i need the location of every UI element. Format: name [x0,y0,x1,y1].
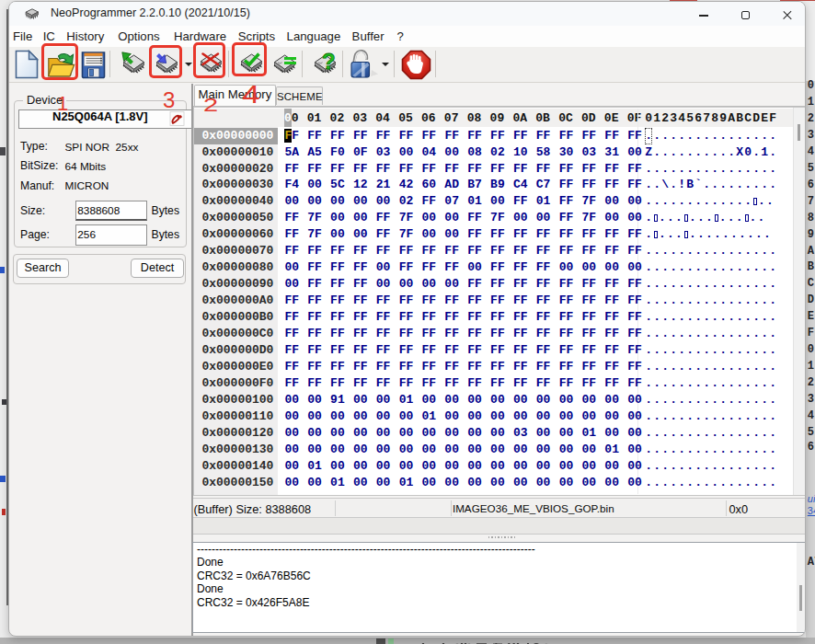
svg-text:?: ? [322,52,336,74]
